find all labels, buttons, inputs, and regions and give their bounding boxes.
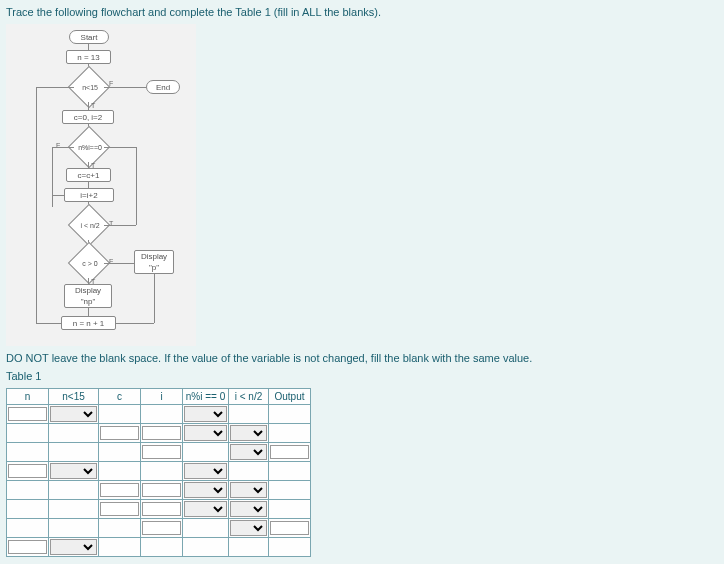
cell-input[interactable]: [142, 426, 181, 440]
table-cell: [269, 443, 311, 462]
table-cell: [7, 405, 49, 424]
table-cell: [99, 481, 141, 500]
flowchart-image: Start n = 13 n<15 F End T c=0, i=2 n%i==…: [6, 24, 196, 346]
table-cell: [49, 538, 99, 557]
cell-select[interactable]: [230, 501, 267, 517]
table-cell: [49, 500, 99, 519]
table-cell: [183, 462, 229, 481]
note-text: DO NOT leave the blank space. If the val…: [6, 352, 718, 364]
table-cell: [49, 481, 99, 500]
cell-input[interactable]: [8, 540, 47, 554]
cell-input[interactable]: [100, 483, 139, 497]
cell-select[interactable]: [50, 463, 97, 479]
table-cell: [183, 405, 229, 424]
flow-disp-np: Display"np": [64, 284, 112, 308]
table-cell: [7, 443, 49, 462]
flow-n-inc: n = n + 1: [61, 316, 116, 330]
table-cell: [183, 519, 229, 538]
flow-end: End: [146, 80, 180, 94]
table-cell: [183, 500, 229, 519]
table-cell: [49, 443, 99, 462]
cell-input[interactable]: [270, 445, 309, 459]
table-cell: [141, 500, 183, 519]
table-cell: [229, 481, 269, 500]
cell-select[interactable]: [230, 482, 267, 498]
col-i: i: [141, 389, 183, 405]
cell-input[interactable]: [142, 502, 181, 516]
table-cell: [269, 519, 311, 538]
label-t: T: [91, 102, 95, 109]
table-cell: [141, 481, 183, 500]
table-cell: [141, 462, 183, 481]
cell-input[interactable]: [100, 502, 139, 516]
table-row: [7, 481, 311, 500]
table-cell: [7, 500, 49, 519]
cell-select[interactable]: [184, 501, 227, 517]
flow-n-assign: n = 13: [66, 50, 111, 64]
table-cell: [49, 462, 99, 481]
cell-select[interactable]: [184, 406, 227, 422]
table-row: [7, 462, 311, 481]
cell-input[interactable]: [8, 407, 47, 421]
col-out: Output: [269, 389, 311, 405]
table-cell: [269, 538, 311, 557]
cell-input[interactable]: [142, 521, 181, 535]
table-title: Table 1: [6, 370, 718, 382]
cell-input[interactable]: [8, 464, 47, 478]
table-row: [7, 443, 311, 462]
cell-select[interactable]: [184, 482, 227, 498]
table-cell: [141, 405, 183, 424]
cell-input[interactable]: [100, 426, 139, 440]
table-cell: [269, 424, 311, 443]
table-cell: [229, 462, 269, 481]
table-cell: [7, 481, 49, 500]
flow-disp-p: Display"p": [134, 250, 174, 274]
table-cell: [99, 443, 141, 462]
table-cell: [99, 405, 141, 424]
cell-select[interactable]: [50, 539, 97, 555]
label-f: F: [109, 80, 113, 87]
cell-select[interactable]: [184, 425, 227, 441]
flow-c-inc: c=c+1: [66, 168, 111, 182]
table-cell: [269, 405, 311, 424]
cell-input[interactable]: [142, 445, 181, 459]
table-cell: [7, 462, 49, 481]
col-c: c: [99, 389, 141, 405]
cell-select[interactable]: [230, 444, 267, 460]
cell-select[interactable]: [230, 425, 267, 441]
cell-select[interactable]: [50, 406, 97, 422]
table-cell: [183, 424, 229, 443]
table-cell: [269, 500, 311, 519]
col-n: n: [7, 389, 49, 405]
table-cell: [183, 443, 229, 462]
table-cell: [229, 538, 269, 557]
flow-i-inc: i=i+2: [64, 188, 114, 202]
table-cell: [229, 443, 269, 462]
cell-input[interactable]: [270, 521, 309, 535]
table-cell: [229, 424, 269, 443]
table-row: [7, 500, 311, 519]
table-cell: [269, 481, 311, 500]
trace-table: n n<15 c i n%i == 0 i < n/2 Output: [6, 388, 311, 557]
table-cell: [99, 519, 141, 538]
table-cell: [141, 519, 183, 538]
table-cell: [229, 405, 269, 424]
cell-input[interactable]: [142, 483, 181, 497]
table-cell: [99, 538, 141, 557]
cell-select[interactable]: [230, 520, 267, 536]
table-cell: [99, 424, 141, 443]
cell-select[interactable]: [184, 463, 227, 479]
flow-init: c=0, i=2: [62, 110, 114, 124]
col-n15: n<15: [49, 389, 99, 405]
table-row: [7, 538, 311, 557]
table-cell: [141, 538, 183, 557]
table-cell: [7, 424, 49, 443]
instruction-text: Trace the following flowchart and comple…: [6, 6, 718, 18]
table-row: [7, 424, 311, 443]
table-cell: [229, 519, 269, 538]
table-cell: [7, 538, 49, 557]
flow-start: Start: [69, 30, 109, 44]
table-cell: [99, 462, 141, 481]
table-row: [7, 519, 311, 538]
table-cell: [183, 481, 229, 500]
